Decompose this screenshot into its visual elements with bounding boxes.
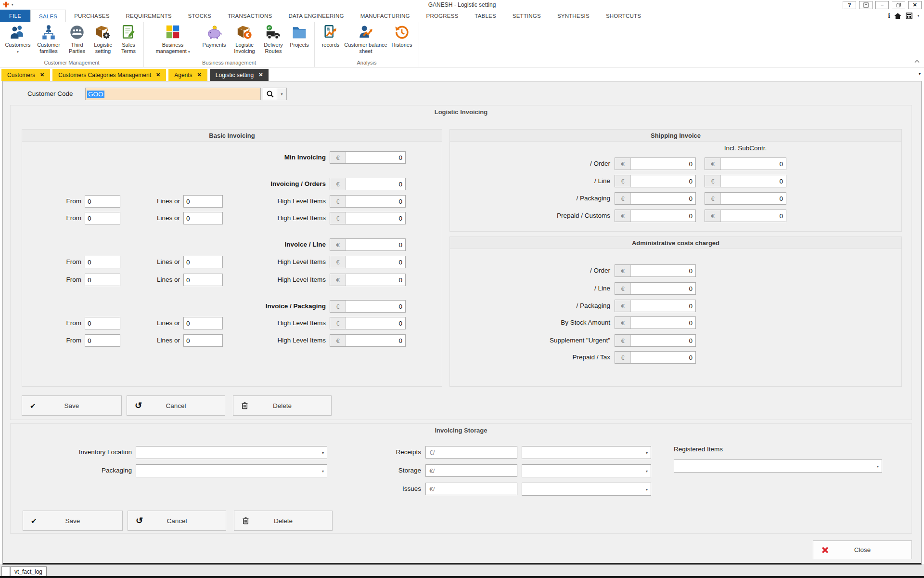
delete-button[interactable]: Delete bbox=[233, 395, 332, 416]
minimize-button[interactable]: – bbox=[875, 1, 889, 9]
admin-order-input[interactable] bbox=[631, 265, 695, 276]
high-level-items-input[interactable] bbox=[346, 335, 405, 346]
admin-line-input[interactable] bbox=[631, 283, 695, 294]
min-invoicing-input[interactable] bbox=[346, 152, 405, 163]
ribbon-button-customer-families[interactable]: Customer families bbox=[33, 24, 64, 54]
doc-tab-logistic-setting[interactable]: Logistic setting ✕ bbox=[210, 69, 269, 81]
money-field: € bbox=[705, 192, 786, 205]
ribbon-button-business-management[interactable]: Business management ▾ bbox=[147, 24, 199, 55]
high-level-items-input[interactable] bbox=[346, 274, 405, 286]
delete-button[interactable]: Delete bbox=[234, 511, 333, 531]
shipping-line-input[interactable] bbox=[631, 175, 695, 187]
lines-or-label: Lines or bbox=[133, 334, 180, 347]
tab-list-caret-icon[interactable]: ▾ bbox=[919, 72, 921, 76]
close-tab-icon[interactable]: ✕ bbox=[258, 72, 263, 78]
admin-packaging-input[interactable] bbox=[631, 300, 695, 312]
from-input[interactable] bbox=[85, 317, 120, 329]
high-level-items-input[interactable] bbox=[346, 196, 405, 207]
storage-unit-select[interactable]: ▾ bbox=[522, 464, 651, 477]
close-tab-icon[interactable]: ✕ bbox=[40, 72, 44, 78]
shipping-order-input[interactable] bbox=[631, 158, 695, 170]
menu-tab-sales[interactable]: SALES bbox=[30, 10, 66, 22]
ribbon-button-customers[interactable]: Customers ▾ bbox=[3, 24, 33, 55]
shipping-order-subcontr-input[interactable] bbox=[721, 158, 786, 170]
menu-tab-settings[interactable]: SETTINGS bbox=[504, 10, 549, 22]
ribbon-button-third-parties[interactable]: Third Parties bbox=[64, 24, 90, 54]
admin-prepaid-tax-input[interactable] bbox=[631, 352, 695, 363]
menu-tab-purchases[interactable]: PURCHASES bbox=[66, 10, 117, 22]
issues-unit-select[interactable]: ▾ bbox=[522, 483, 651, 496]
save-button[interactable]: ✔ Save bbox=[22, 395, 122, 416]
invoice-line-input[interactable] bbox=[346, 239, 405, 250]
ribbon-button-logistic-setting[interactable]: Logistic setting bbox=[90, 24, 116, 54]
ribbon-button-records[interactable]: records bbox=[318, 24, 344, 48]
shipping-prepaid-customs-input[interactable] bbox=[631, 210, 695, 222]
from-input[interactable] bbox=[85, 212, 120, 224]
high-level-items-input[interactable] bbox=[346, 256, 405, 268]
basic-invoicing-panel: Basic Invoicing Min Invoicing € Invoicin… bbox=[22, 129, 442, 387]
high-level-items-input[interactable] bbox=[346, 317, 405, 329]
menu-tab-file[interactable]: FILE bbox=[0, 10, 30, 22]
menu-tab-manufacturing[interactable]: MANUFACTURING bbox=[352, 10, 418, 22]
shipping-packaging-subcontr-input[interactable] bbox=[721, 193, 786, 204]
from-input[interactable] bbox=[85, 256, 120, 268]
menu-tab-tables[interactable]: TABLES bbox=[466, 10, 504, 22]
ribbon-button-sales-terms[interactable]: Sales Terms bbox=[116, 24, 141, 54]
close-button[interactable]: Close bbox=[813, 540, 912, 559]
doc-tab-customers-categories-management[interactable]: Customers Categories Management ✕ bbox=[52, 69, 166, 81]
admin-by-stock-amount-input[interactable] bbox=[631, 317, 695, 328]
menu-tab-stocks[interactable]: STOCKS bbox=[180, 10, 219, 22]
ribbon-button-logistic-invoicing[interactable]: € Logistic Invoicing bbox=[230, 24, 259, 54]
ribbon-button-customer-balance-sheet[interactable]: Customer balance sheet bbox=[344, 24, 388, 54]
receipts-input[interactable] bbox=[438, 447, 517, 458]
menu-tab-requirements[interactable]: REQUIREMENTS bbox=[118, 10, 180, 22]
info-icon[interactable]: i bbox=[888, 12, 890, 20]
ribbon-collapse-icon[interactable] bbox=[914, 56, 920, 65]
ribbon-button-projects[interactable]: Projects bbox=[287, 24, 311, 48]
home-icon[interactable] bbox=[894, 13, 901, 19]
shipping-packaging-input[interactable] bbox=[631, 193, 695, 204]
close-tab-icon[interactable]: ✕ bbox=[197, 72, 202, 78]
from-input[interactable] bbox=[85, 195, 120, 208]
ribbon-pin-button[interactable] bbox=[859, 1, 873, 9]
restore-button[interactable] bbox=[892, 1, 905, 9]
status-tab-vt-fact-log[interactable]: vt_fact_log bbox=[10, 566, 47, 577]
packaging-select[interactable]: ▾ bbox=[136, 464, 327, 477]
ribbon-button-delivery-routes[interactable]: Delivery Routes bbox=[259, 24, 287, 54]
calculator-icon[interactable] bbox=[906, 13, 912, 19]
cancel-button[interactable]: ↺ Cancel bbox=[128, 511, 226, 531]
invoice-packaging-input[interactable] bbox=[346, 301, 405, 312]
search-dropdown-button[interactable]: ▾ bbox=[277, 88, 287, 100]
customer-code-input[interactable]: GOO bbox=[85, 88, 261, 100]
close-tab-icon[interactable]: ✕ bbox=[156, 72, 160, 78]
menu-tab-synthesis[interactable]: SYNTHESIS bbox=[549, 10, 598, 22]
search-button[interactable] bbox=[263, 88, 277, 100]
from-input[interactable] bbox=[85, 274, 120, 286]
help-button[interactable]: ? bbox=[843, 1, 856, 9]
ribbon-button-histories[interactable]: Histories bbox=[388, 24, 416, 48]
menu-tab-data-engineering[interactable]: DATA ENGINEERING bbox=[280, 10, 352, 22]
admin-supplement-urgent-input[interactable] bbox=[631, 335, 695, 346]
doc-tab-agents[interactable]: Agents ✕ bbox=[168, 69, 207, 81]
invoicing-orders-input[interactable] bbox=[346, 178, 405, 190]
close-window-button[interactable]: ✕ bbox=[908, 1, 922, 9]
menu-tab-progress[interactable]: PROGRESS bbox=[418, 10, 467, 22]
ribbon-button-payments[interactable]: Payments bbox=[199, 24, 230, 48]
registered-items-select[interactable]: ▾ bbox=[674, 460, 882, 473]
from-input[interactable] bbox=[85, 334, 120, 347]
storage-label: Storage bbox=[347, 464, 421, 477]
shipping-line-subcontr-input[interactable] bbox=[721, 175, 786, 187]
doc-tab-customers[interactable]: Customers ✕ bbox=[1, 69, 50, 81]
save-button[interactable]: ✔ Save bbox=[23, 511, 123, 531]
menu-tab-transactions[interactable]: TRANSACTIONS bbox=[219, 10, 281, 22]
calculator-caret-icon[interactable]: ▾ bbox=[917, 14, 919, 18]
inventory-location-select[interactable]: ▾ bbox=[136, 446, 327, 459]
high-level-items-input[interactable] bbox=[346, 212, 405, 224]
shipping-prepaid-customs-subcontr-input[interactable] bbox=[721, 210, 786, 222]
issues-input[interactable] bbox=[438, 483, 517, 495]
menu-tab-shortcuts[interactable]: SHORTCUTS bbox=[598, 10, 649, 22]
receipts-unit-select[interactable]: ▾ bbox=[522, 446, 651, 459]
cancel-button[interactable]: ↺ Cancel bbox=[127, 395, 225, 416]
status-tab-empty[interactable] bbox=[1, 566, 10, 577]
storage-input[interactable] bbox=[438, 465, 517, 476]
